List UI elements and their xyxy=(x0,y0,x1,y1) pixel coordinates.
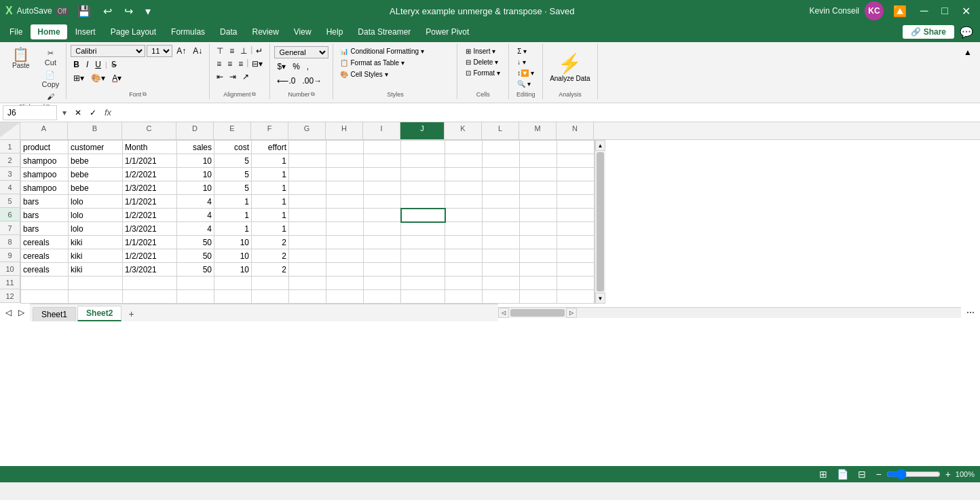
close-button[interactable]: ✕ xyxy=(958,5,975,18)
cell-B1[interactable]: customer xyxy=(69,141,123,154)
cell-J7[interactable] xyxy=(401,222,445,236)
cell-K6[interactable] xyxy=(445,209,483,222)
cell-B6[interactable]: lolo xyxy=(69,209,123,222)
cell-H11[interactable] xyxy=(326,276,364,290)
align-bottom-button[interactable]: ⊥ xyxy=(238,45,250,57)
cell-C7[interactable]: 1/3/2021 xyxy=(123,222,177,236)
cell-A8[interactable]: cereals xyxy=(21,236,69,249)
alignment-expand-icon[interactable]: ⧉ xyxy=(252,91,256,98)
dec-increase-button[interactable]: .00→ xyxy=(299,75,324,87)
cell-F6[interactable]: 1 xyxy=(252,209,289,222)
menu-review[interactable]: Review xyxy=(245,24,285,39)
cell-I7[interactable] xyxy=(364,222,401,236)
cell-C4[interactable]: 1/3/2021 xyxy=(123,181,177,195)
underline-button[interactable]: U xyxy=(92,58,104,71)
cell-D5[interactable]: 4 xyxy=(177,195,214,209)
cell-I1[interactable] xyxy=(364,141,401,154)
cell-N6[interactable] xyxy=(557,209,595,222)
cell-C12[interactable] xyxy=(123,290,177,304)
redo-button[interactable]: ↪ xyxy=(120,5,137,18)
cell-K12[interactable] xyxy=(445,290,483,304)
cell-C10[interactable]: 1/3/2021 xyxy=(123,263,177,276)
col-header-E[interactable]: E xyxy=(214,122,251,139)
add-sheet-button[interactable]: + xyxy=(123,306,139,321)
align-left-button[interactable]: ≡ xyxy=(214,58,224,70)
cell-G11[interactable] xyxy=(289,276,326,290)
align-right-button[interactable]: ≡ xyxy=(235,58,246,70)
scroll-sheets-right-button[interactable]: ▷ xyxy=(16,306,27,319)
row-header-4[interactable]: 4 xyxy=(0,181,20,194)
cell-D2[interactable]: 10 xyxy=(177,154,214,168)
share-button[interactable]: 🔗 Share xyxy=(903,25,954,39)
cell-E3[interactable]: 5 xyxy=(214,168,252,181)
row-header-3[interactable]: 3 xyxy=(0,167,20,181)
cell-L1[interactable] xyxy=(483,141,520,154)
cell-F1[interactable]: effort xyxy=(252,141,289,154)
cell-I8[interactable] xyxy=(364,236,401,249)
cell-L10[interactable] xyxy=(483,263,520,276)
format-painter-button[interactable]: 🖌 xyxy=(39,91,62,102)
cell-F12[interactable] xyxy=(252,290,289,304)
cell-I10[interactable] xyxy=(364,263,401,276)
scroll-left-button[interactable]: ◁ xyxy=(498,308,509,318)
col-header-N[interactable]: N xyxy=(557,122,594,139)
menu-data[interactable]: Data xyxy=(213,24,244,39)
scroll-right-button[interactable]: ▷ xyxy=(566,308,577,318)
quick-access-customize[interactable]: ▾ xyxy=(141,5,155,18)
cell-A3[interactable]: shampoo xyxy=(21,168,69,181)
col-header-M[interactable]: M xyxy=(519,122,557,139)
cell-A6[interactable]: bars xyxy=(21,209,69,222)
cell-H12[interactable] xyxy=(326,290,364,304)
cell-J10[interactable] xyxy=(401,263,445,276)
cell-N10[interactable] xyxy=(557,263,595,276)
cell-G8[interactable] xyxy=(289,236,326,249)
cell-L5[interactable] xyxy=(483,195,520,209)
cell-F5[interactable]: 1 xyxy=(252,195,289,209)
cell-M8[interactable] xyxy=(520,236,557,249)
cell-J1[interactable] xyxy=(401,141,445,154)
cell-C5[interactable]: 1/1/2021 xyxy=(123,195,177,209)
bold-button[interactable]: B xyxy=(71,58,82,71)
cell-A5[interactable]: bars xyxy=(21,195,69,209)
confirm-formula-button[interactable]: ✓ xyxy=(87,107,99,119)
cell-D7[interactable]: 4 xyxy=(177,222,214,236)
cell-E12[interactable] xyxy=(214,290,252,304)
row-header-10[interactable]: 10 xyxy=(0,262,20,276)
formula-input[interactable] xyxy=(117,108,977,118)
row-header-12[interactable]: 12 xyxy=(0,289,20,303)
cell-F4[interactable]: 1 xyxy=(252,181,289,195)
cell-K7[interactable] xyxy=(445,222,483,236)
col-header-A[interactable]: A xyxy=(20,122,68,139)
cell-E1[interactable]: cost xyxy=(214,141,252,154)
menu-formulas[interactable]: Formulas xyxy=(164,24,212,39)
cell-G2[interactable] xyxy=(289,154,326,168)
number-expand-icon[interactable]: ⧉ xyxy=(311,91,315,98)
cell-K3[interactable] xyxy=(445,168,483,181)
cell-D12[interactable] xyxy=(177,290,214,304)
cell-C1[interactable]: Month xyxy=(123,141,177,154)
row-header-2[interactable]: 2 xyxy=(0,154,20,167)
increase-font-button[interactable]: A↑ xyxy=(174,45,189,57)
cell-D4[interactable]: 10 xyxy=(177,181,214,195)
menu-data-streamer[interactable]: Data Streamer xyxy=(351,24,417,39)
col-header-B[interactable]: B xyxy=(68,122,122,139)
col-header-F[interactable]: F xyxy=(251,122,288,139)
cell-E10[interactable]: 10 xyxy=(214,263,252,276)
cell-B5[interactable]: lolo xyxy=(69,195,123,209)
normal-view-button[interactable]: ⊞ xyxy=(817,469,829,480)
sheet-options-button[interactable]: ⋯ xyxy=(964,306,977,319)
restore-button[interactable]: □ xyxy=(937,5,952,17)
insert-button[interactable]: ⊞ Insert ▾ xyxy=(461,46,504,56)
cell-H6[interactable] xyxy=(326,209,364,222)
page-break-view-button[interactable]: ⊟ xyxy=(856,469,868,480)
row-header-11[interactable]: 11 xyxy=(0,276,20,289)
cell-K8[interactable] xyxy=(445,236,483,249)
cell-M12[interactable] xyxy=(520,290,557,304)
cell-I12[interactable] xyxy=(364,290,401,304)
cell-G10[interactable] xyxy=(289,263,326,276)
cell-B3[interactable]: bebe xyxy=(69,168,123,181)
row-header-6[interactable]: 6 xyxy=(0,208,20,221)
cell-D1[interactable]: sales xyxy=(177,141,214,154)
scroll-down-button[interactable]: ▼ xyxy=(595,293,605,304)
cell-N9[interactable] xyxy=(557,249,595,263)
